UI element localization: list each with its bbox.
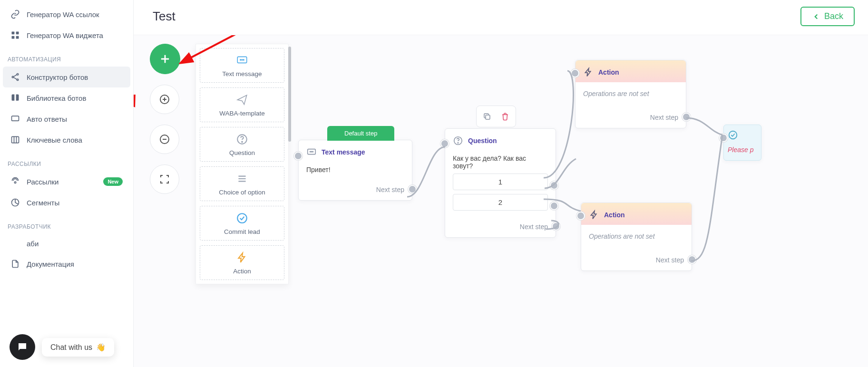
svg-rect-3 bbox=[16, 36, 19, 39]
question-icon bbox=[235, 133, 249, 145]
sidebar-item-autoresponders[interactable]: Авто ответы bbox=[3, 108, 130, 129]
sidebar-item-wa-link-gen[interactable]: Генератор WA ссылок bbox=[3, 4, 130, 25]
fullscreen-icon bbox=[159, 174, 170, 185]
svg-point-28 bbox=[458, 143, 458, 143]
svg-point-18 bbox=[243, 59, 244, 60]
question-icon bbox=[453, 135, 463, 146]
node-action-2[interactable]: Action Operations are not set Next step bbox=[581, 203, 692, 271]
sidebar-item-docs[interactable]: Документация bbox=[3, 253, 130, 274]
svg-point-9 bbox=[14, 182, 16, 183]
document-icon bbox=[10, 259, 20, 269]
sidebar-item-mailings[interactable]: Рассылки New bbox=[3, 171, 130, 192]
port-in[interactable] bbox=[294, 152, 302, 160]
sidebar: Генератор WA ссылок Генератор WA виджета… bbox=[0, 0, 133, 367]
duplicate-button[interactable] bbox=[479, 109, 495, 124]
chat-bubble-icon bbox=[306, 147, 317, 157]
sidebar-item-label: аби bbox=[27, 240, 39, 248]
annotation-arrow-2 bbox=[134, 95, 141, 185]
send-icon bbox=[235, 94, 249, 106]
delete-button[interactable] bbox=[497, 109, 513, 124]
new-badge: New bbox=[103, 177, 123, 186]
back-button-label: Back bbox=[824, 11, 843, 21]
node-question[interactable]: Question Как у вас дела? Как вас зовут? … bbox=[445, 128, 556, 238]
sidebar-item-bot-builder[interactable]: Конструктор ботов bbox=[3, 67, 130, 87]
chat-icon bbox=[10, 114, 20, 124]
svg-point-26 bbox=[312, 151, 313, 152]
node-body: Operations are not set bbox=[575, 82, 686, 109]
svg-point-24 bbox=[310, 151, 311, 152]
svg-rect-8 bbox=[12, 136, 19, 143]
port-out[interactable] bbox=[682, 113, 691, 121]
fullscreen-button[interactable] bbox=[150, 164, 179, 194]
sidebar-item-label: Документация bbox=[27, 260, 74, 268]
trash-icon bbox=[501, 112, 509, 121]
sidebar-section-mailing: РАССЫЛКИ bbox=[3, 150, 130, 171]
palette-waba-template[interactable]: WABA-template bbox=[200, 87, 284, 122]
palette-label: Text message bbox=[222, 70, 262, 77]
plus-circle-icon bbox=[159, 94, 170, 105]
sidebar-item-segments[interactable]: Сегменты bbox=[3, 192, 130, 213]
port-in[interactable] bbox=[571, 69, 579, 77]
copy-icon bbox=[483, 112, 491, 121]
option-2[interactable]: 2 bbox=[453, 194, 548, 211]
columns-icon bbox=[10, 135, 20, 145]
chat-with-us-pill[interactable]: Chat with us 👋 bbox=[42, 338, 114, 357]
chat-bubble-icon bbox=[235, 54, 249, 67]
zoom-out-button[interactable] bbox=[150, 125, 179, 154]
sidebar-section-automation: АВТОМАТИЗАЦИЯ bbox=[3, 46, 130, 67]
add-node-button[interactable] bbox=[150, 44, 180, 74]
svg-point-6 bbox=[17, 79, 18, 80]
sidebar-item-wa-widget-gen[interactable]: Генератор WA виджета bbox=[3, 25, 130, 46]
palette-choice[interactable]: Choice of option bbox=[200, 166, 284, 201]
palette-label: WABA-template bbox=[219, 110, 265, 117]
node-title: Action bbox=[604, 211, 625, 219]
node-palette: Text message WABA-template Question Choi… bbox=[195, 44, 289, 284]
lightning-icon bbox=[583, 67, 594, 77]
port-out[interactable] bbox=[552, 222, 560, 231]
node-check-partial[interactable]: Please p bbox=[723, 125, 761, 161]
canvas[interactable]: Text message WABA-template Question Choi… bbox=[134, 35, 868, 367]
sidebar-item-keywords[interactable]: Ключевые слова bbox=[3, 129, 130, 150]
sidebar-item-label: Авто ответы bbox=[27, 115, 67, 123]
port-out[interactable] bbox=[688, 255, 696, 264]
port-in[interactable] bbox=[440, 139, 449, 148]
tool-column bbox=[150, 44, 180, 194]
palette-action[interactable]: Action bbox=[200, 245, 284, 280]
next-step-label: Next step bbox=[575, 109, 686, 128]
option-1[interactable]: 1 bbox=[453, 174, 548, 190]
next-step-label: Next step bbox=[299, 181, 412, 200]
sidebar-item-hidden[interactable]: аби bbox=[3, 234, 130, 253]
svg-rect-0 bbox=[12, 32, 15, 35]
palette-label: Choice of option bbox=[219, 189, 265, 196]
port-out[interactable] bbox=[408, 185, 417, 193]
svg-point-16 bbox=[240, 59, 241, 60]
back-button[interactable]: Back bbox=[800, 7, 855, 26]
sidebar-item-label: Рассылки bbox=[27, 178, 59, 186]
lightning-icon bbox=[589, 210, 599, 220]
sidebar-item-label: Ключевые слова bbox=[27, 136, 82, 144]
palette-commit-lead[interactable]: Commit lead bbox=[200, 206, 284, 241]
node-warning: Please p bbox=[724, 143, 761, 160]
zoom-in-button[interactable] bbox=[150, 85, 179, 114]
port-in[interactable] bbox=[576, 212, 585, 220]
check-circle-icon bbox=[728, 130, 738, 140]
port-in[interactable] bbox=[719, 134, 728, 142]
svg-point-29 bbox=[729, 131, 737, 139]
node-action-1[interactable]: Action Operations are not set Next step bbox=[575, 60, 686, 128]
palette-question[interactable]: Question bbox=[200, 127, 284, 162]
palette-label: Action bbox=[233, 268, 251, 275]
main: Test Back bbox=[133, 0, 868, 367]
palette-text-message[interactable]: Text message bbox=[200, 48, 284, 83]
port-option-2[interactable] bbox=[550, 202, 558, 210]
svg-point-20 bbox=[242, 142, 243, 143]
svg-point-17 bbox=[242, 59, 243, 60]
plus-icon bbox=[158, 52, 172, 66]
next-step-label: Next step bbox=[581, 251, 692, 270]
default-step-badge: Default step bbox=[327, 126, 394, 141]
chat-launcher[interactable] bbox=[10, 334, 35, 360]
sidebar-item-bot-library[interactable]: Библиотека ботов bbox=[3, 87, 130, 108]
node-text-message[interactable]: Default step Text message Привет! Next s… bbox=[298, 140, 412, 201]
port-option-1[interactable] bbox=[550, 181, 558, 190]
node-title: Text message bbox=[322, 148, 365, 156]
svg-point-25 bbox=[311, 151, 312, 152]
